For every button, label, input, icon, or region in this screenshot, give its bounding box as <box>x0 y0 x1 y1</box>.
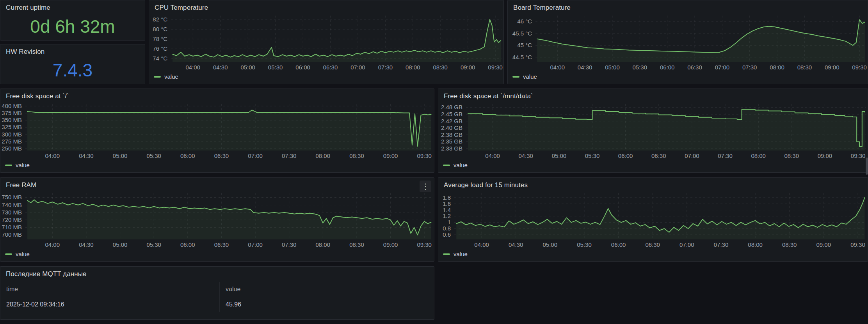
free-ram-chart[interactable]: 700 MB710 MB720 MB730 MB740 MB750 MB04:0… <box>0 190 434 250</box>
svg-text:05:00: 05:00 <box>113 152 128 159</box>
svg-text:05:00: 05:00 <box>543 241 558 248</box>
cell-value: 45.96 <box>219 297 434 312</box>
legend-item-value[interactable]: value <box>16 162 30 168</box>
free-disk-root-chart[interactable]: 250 MB275 MB300 MB325 MB350 MB375 MB400 … <box>0 101 434 161</box>
svg-text:05:00: 05:00 <box>552 152 567 159</box>
cpu-temperature-chart[interactable]: 74 °C76 °C78 °C80 °C82 °C04:0004:3005:00… <box>149 12 503 72</box>
panel-title-hw-revision[interactable]: HW Revision <box>6 48 44 56</box>
legend-item-value[interactable]: value <box>454 251 468 257</box>
svg-text:08:00: 08:00 <box>770 64 784 71</box>
legend-item-value[interactable]: value <box>523 74 537 80</box>
svg-text:350 MB: 350 MB <box>2 117 22 123</box>
average-load-chart[interactable]: 0.60.811.21.41.61.804:0004:3005:0005:300… <box>438 190 868 250</box>
svg-text:09:00: 09:00 <box>818 152 832 159</box>
svg-text:07:30: 07:30 <box>742 64 757 71</box>
panel-header[interactable]: Board Temperature <box>508 0 868 12</box>
series-swatch-icon <box>5 165 12 166</box>
svg-text:04:00: 04:00 <box>45 152 60 159</box>
legend-item-value[interactable]: value <box>454 162 468 168</box>
svg-text:08:00: 08:00 <box>316 241 331 248</box>
panel-mqtt-data: Последние MQTT данные time value 2025-12… <box>0 266 434 320</box>
svg-text:700 MB: 700 MB <box>2 231 22 238</box>
svg-text:375 MB: 375 MB <box>2 110 22 116</box>
svg-text:06:00: 06:00 <box>618 152 633 159</box>
svg-text:400 MB: 400 MB <box>2 103 22 109</box>
svg-text:08:00: 08:00 <box>748 241 763 248</box>
panel-title-mqtt-data[interactable]: Последние MQTT данные <box>6 270 87 278</box>
svg-text:08:30: 08:30 <box>433 64 448 71</box>
panel-header[interactable]: HW Revision <box>0 44 145 57</box>
svg-text:07:30: 07:30 <box>714 241 729 248</box>
svg-text:04:30: 04:30 <box>79 152 94 159</box>
panel-title-free-ram[interactable]: Free RAM <box>6 181 36 189</box>
svg-text:09:30: 09:30 <box>488 64 503 71</box>
column-header-time[interactable]: time <box>0 282 219 297</box>
svg-text:09:00: 09:00 <box>383 241 398 248</box>
svg-text:07:30: 07:30 <box>378 64 393 71</box>
uptime-stat-value: 0d 6h 32m <box>30 18 115 35</box>
svg-text:0.8: 0.8 <box>443 225 451 232</box>
svg-text:1.8: 1.8 <box>443 194 451 201</box>
svg-text:2.45 GB: 2.45 GB <box>441 111 462 117</box>
free-disk-mnt-data-chart[interactable]: 2.33 GB2.35 GB2.38 GB2.40 GB2.42 GB2.45 … <box>438 101 868 161</box>
panel-header[interactable]: Free RAM <box>0 178 434 190</box>
hw-revision-stat-value: 7.4.3 <box>53 61 92 79</box>
panel-title-board-temperature[interactable]: Board Temperature <box>513 4 571 12</box>
board-temperature-chart[interactable]: 44.5 °C45 °C45.5 °C46 °C04:0004:3005:000… <box>508 12 868 72</box>
svg-text:80 °C: 80 °C <box>153 26 167 32</box>
svg-text:44.5 °C: 44.5 °C <box>512 54 532 60</box>
svg-text:300 MB: 300 MB <box>2 131 22 138</box>
panel-header[interactable]: CPU Temperature <box>149 0 503 12</box>
svg-text:07:30: 07:30 <box>282 152 297 159</box>
legend-item-value[interactable]: value <box>164 74 178 80</box>
svg-text:09:00: 09:00 <box>461 64 475 71</box>
panel-title-cpu-temperature[interactable]: CPU Temperature <box>155 4 208 12</box>
svg-text:05:30: 05:30 <box>633 64 647 71</box>
panel-title-current-uptime[interactable]: Current uptime <box>6 4 50 12</box>
svg-text:06:00: 06:00 <box>180 152 195 159</box>
svg-text:06:00: 06:00 <box>295 64 310 71</box>
svg-text:05:30: 05:30 <box>146 152 161 159</box>
svg-text:1.2: 1.2 <box>443 212 451 219</box>
svg-text:46 °C: 46 °C <box>517 18 532 25</box>
panel-header[interactable]: Average load for 15 minutes <box>438 178 868 190</box>
panel-free-disk-mnt-data: Free disk space at `/mnt/data` 2.33 GB2.… <box>438 89 868 173</box>
svg-text:45 °C: 45 °C <box>517 42 532 48</box>
svg-text:09:30: 09:30 <box>417 241 432 248</box>
panel-header[interactable]: Последние MQTT данные <box>0 267 434 279</box>
svg-text:06:00: 06:00 <box>660 64 675 71</box>
svg-text:06:30: 06:30 <box>323 64 338 71</box>
svg-text:05:30: 05:30 <box>268 64 283 71</box>
legend: value <box>438 161 868 172</box>
svg-text:09:30: 09:30 <box>850 241 865 248</box>
svg-text:06:30: 06:30 <box>651 152 666 159</box>
svg-text:04:30: 04:30 <box>578 64 592 71</box>
svg-text:04:00: 04:00 <box>550 64 565 71</box>
series-swatch-icon <box>154 76 161 78</box>
svg-text:04:30: 04:30 <box>79 241 94 248</box>
panel-header[interactable]: Free disk space at `/mnt/data` <box>438 89 868 101</box>
svg-text:05:00: 05:00 <box>113 241 128 248</box>
panel-header[interactable]: Free disk space at `/` <box>0 89 434 101</box>
svg-text:09:00: 09:00 <box>825 64 840 71</box>
panel-title-free-disk-mnt-data[interactable]: Free disk space at `/mnt/data` <box>444 92 533 100</box>
panel-board-temperature: Board Temperature 44.5 °C45 °C45.5 °C46 … <box>507 0 868 84</box>
table-row: 2025-12-02 09:34:16 45.96 <box>0 297 434 312</box>
svg-text:07:30: 07:30 <box>718 152 733 159</box>
column-header-value[interactable]: value <box>219 282 434 297</box>
svg-text:05:00: 05:00 <box>240 64 255 71</box>
series-swatch-icon <box>443 253 450 255</box>
svg-text:04:30: 04:30 <box>509 241 523 248</box>
panel-header[interactable]: Current uptime <box>0 0 145 12</box>
scrollbar-thumb[interactable] <box>866 158 868 175</box>
panel-title-average-load[interactable]: Average load for 15 minutes <box>444 181 528 189</box>
legend: value <box>0 161 434 172</box>
legend-item-value[interactable]: value <box>16 251 30 257</box>
svg-text:06:00: 06:00 <box>611 241 626 248</box>
panel-title-free-disk-root[interactable]: Free disk space at `/` <box>6 92 69 100</box>
mqtt-table: time value 2025-12-02 09:34:16 45.96 <box>0 279 434 319</box>
svg-text:09:30: 09:30 <box>417 152 432 159</box>
svg-text:09:00: 09:00 <box>383 152 398 159</box>
svg-text:09:30: 09:30 <box>852 64 867 71</box>
panel-current-uptime: Current uptime 0d 6h 32m <box>0 0 145 41</box>
